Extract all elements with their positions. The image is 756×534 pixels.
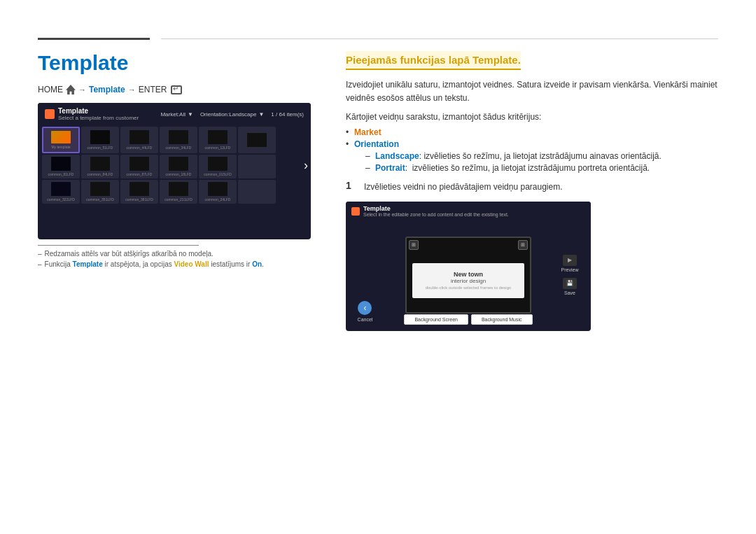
thumb-15 xyxy=(169,182,188,196)
template-item-my[interactable]: My template xyxy=(42,127,80,153)
save-label: Save xyxy=(564,290,575,295)
thumb-5 xyxy=(247,133,267,147)
zone-note: double-click outside selected frames to … xyxy=(426,286,512,290)
orientation-term: Orientation xyxy=(354,139,399,149)
template-item-8[interactable]: common_87LFD xyxy=(120,155,158,178)
right-column: Pieejamās funkcijas lapā Template. Izvei… xyxy=(346,51,718,331)
template-item-12[interactable]: common_322LFD xyxy=(42,180,80,204)
corner-icon-tr: ⊞ xyxy=(518,240,528,250)
top-line-left xyxy=(38,38,150,40)
thumb-1 xyxy=(90,130,110,144)
label-10: common_015LFD xyxy=(204,172,232,176)
screen-controls: Market:All ▼ Orientation:Landscape ▼ 1 /… xyxy=(160,111,304,118)
bg-screen-button[interactable]: Background Screen xyxy=(404,314,468,325)
bullet-list: Market Orientation Landscape: izvēlietie… xyxy=(346,127,718,173)
thumb-6 xyxy=(51,157,71,171)
thumb-16 xyxy=(208,182,227,196)
label-3: common_34LFD xyxy=(166,146,192,150)
template-item-3[interactable]: common_34LFD xyxy=(160,127,197,153)
breadcrumb-template: Template xyxy=(89,85,125,94)
right-title-wrapper: Pieejamās funkcijas lapā Template. xyxy=(346,51,718,78)
portrait-term: Portrait xyxy=(375,163,405,173)
tv-zone[interactable]: New town interior design double-click ou… xyxy=(412,263,524,298)
market-term: Market xyxy=(354,127,382,137)
brand-icon xyxy=(45,109,55,119)
preview-button[interactable]: ▶ Preview xyxy=(561,255,579,272)
note-2: Funkcija Template ir atspējota, ja opcij… xyxy=(38,260,325,268)
template-item-1[interactable]: common_51LFD xyxy=(81,127,119,153)
page-title: Template xyxy=(38,51,325,75)
label-1: common_51LFD xyxy=(88,146,113,150)
template-item-17[interactable] xyxy=(238,180,276,204)
thumb-3 xyxy=(169,130,188,144)
nav-right-arrow[interactable]: › xyxy=(304,158,308,173)
cancel-icon: ‹ xyxy=(358,301,372,315)
breadcrumb-home: HOME xyxy=(38,85,63,94)
label-2: common_44LFD xyxy=(127,146,153,150)
label-15: common_211LFD xyxy=(164,197,192,202)
template-item-4[interactable]: common_12LFD xyxy=(199,127,237,153)
save-button[interactable]: 💾 Save xyxy=(563,278,577,295)
cancel-button[interactable]: ‹ Cancel xyxy=(358,301,373,322)
preview-icon: ▶ xyxy=(563,255,577,266)
zone-subtitle: interior design xyxy=(451,278,486,284)
thumb-7 xyxy=(90,157,110,171)
home-icon xyxy=(66,85,76,94)
template-item-6[interactable]: common_81LFD xyxy=(42,155,80,178)
template-item-16[interactable]: common_24LFD xyxy=(199,180,237,204)
sub-landscape: Landscape: izvēlieties šo režīmu, ja lie… xyxy=(365,151,718,161)
template-item-10[interactable]: common_015LFD xyxy=(199,155,237,178)
screen-brand: Template Select a template from customer xyxy=(45,107,139,121)
template-item-7[interactable]: common_84LFD xyxy=(81,155,119,178)
numbered-1-text: Izvēlieties veidni no piedāvātajiem veid… xyxy=(364,181,563,193)
label-7: common_84LFD xyxy=(88,172,113,176)
breadcrumb-enter: ENTER xyxy=(139,85,167,94)
edit-screen-header: Template Select in the editable zone to … xyxy=(346,202,591,220)
breadcrumb: HOME → Template → ENTER xyxy=(38,85,325,94)
label-6: common_81LFD xyxy=(48,172,74,176)
landscape-term: Landscape xyxy=(375,151,419,161)
template-item-5[interactable] xyxy=(238,127,276,153)
top-line-right xyxy=(161,38,718,39)
brand-text: Template xyxy=(58,107,139,115)
sub-portrait: Portrait: izvēlieties šo režīmu, ja liet… xyxy=(365,163,718,173)
landscape-text: izvēlieties šo režīmu, ja lietojat izstr… xyxy=(424,151,662,161)
edit-right-panel: ▶ Preview 💾 Save xyxy=(552,220,591,329)
left-column: Template HOME → Template → ENTER Templat… xyxy=(38,51,325,331)
template-item-15[interactable]: common_211LFD xyxy=(160,180,197,204)
tv-display: ⊞ ⊞ New town interior design double-clic… xyxy=(405,237,531,314)
label-4: common_12LFD xyxy=(205,146,231,150)
template-item-13[interactable]: common_351LFD xyxy=(81,180,119,204)
thumb-13 xyxy=(90,182,110,196)
template-item-9[interactable]: common_18LFD xyxy=(160,155,197,178)
thumb-10 xyxy=(208,157,227,171)
edit-center: ⊞ ⊞ New town interior design double-clic… xyxy=(384,220,552,329)
description-1: Izveidojiet unikālu saturu, izmantojot v… xyxy=(346,78,718,105)
template-item-2[interactable]: common_44LFD xyxy=(120,127,158,153)
market-dropdown[interactable]: Market:All ▼ xyxy=(160,111,192,118)
template-item-14[interactable]: common_381LFD xyxy=(120,180,158,204)
label-13: common_351LFD xyxy=(86,197,114,202)
label-9: common_18LFD xyxy=(166,172,192,176)
thumb-2 xyxy=(130,130,149,144)
breadcrumb-arrow2: → xyxy=(128,85,136,94)
zone-title: New town xyxy=(454,271,483,278)
edit-brand-text: Template xyxy=(363,205,509,212)
corner-icon-tl: ⊞ xyxy=(409,240,419,250)
criteria-label: Kārtojiet veidņu sarakstu, izmantojot šā… xyxy=(346,112,718,122)
bg-music-button[interactable]: Background Music xyxy=(471,314,533,325)
numbered-item-1: 1 Izvēlieties veidni no piedāvātajiem ve… xyxy=(346,180,718,193)
bullet-orientation: Orientation Landscape: izvēlieties šo re… xyxy=(346,139,718,173)
top-line xyxy=(0,38,756,40)
template-item-11[interactable] xyxy=(238,155,276,178)
my-template-label: My template xyxy=(51,145,70,149)
bottom-buttons: Background Screen Background Music xyxy=(404,314,532,325)
thumb-14 xyxy=(130,182,149,196)
template-screen-preview: Template Select a template from customer… xyxy=(38,103,311,239)
thumb-4 xyxy=(208,130,227,144)
right-title: Pieejamās funkcijas lapā Template. xyxy=(346,51,521,70)
orientation-dropdown[interactable]: Orientation:Landscape ▼ xyxy=(200,111,264,118)
main-content: Template HOME → Template → ENTER Templat… xyxy=(0,51,756,331)
thumb-8 xyxy=(130,157,149,171)
bullet-market: Market xyxy=(346,127,718,137)
